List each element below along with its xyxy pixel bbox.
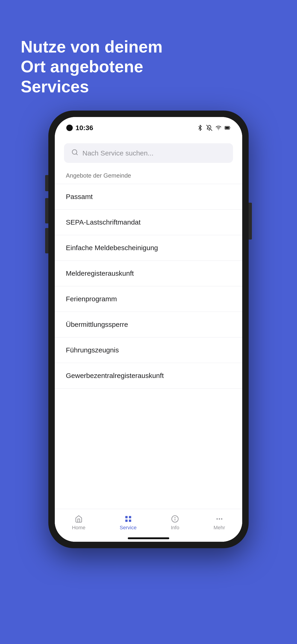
svg-line-5	[76, 154, 77, 155]
phone-shell: 10:36	[48, 110, 249, 548]
status-bar: 10:36	[55, 117, 242, 134]
battery-icon	[225, 125, 231, 131]
nav-label-service: Service	[120, 525, 136, 531]
more-icon	[216, 515, 223, 523]
service-item-gewerbezentral[interactable]: Gewerbezentralregisterauskunft	[55, 363, 242, 388]
bottom-navigation: Home Service	[55, 509, 242, 535]
svg-rect-8	[125, 520, 128, 522]
nav-item-mehr[interactable]: Mehr	[209, 513, 230, 532]
svg-point-13	[216, 518, 218, 520]
bluetooth-icon	[197, 125, 203, 131]
home-indicator-bar	[128, 537, 169, 539]
bell-off-icon	[206, 125, 212, 131]
info-icon	[171, 515, 179, 523]
service-grid-icon	[124, 515, 132, 523]
search-icon	[71, 149, 78, 157]
nav-label-mehr: Mehr	[214, 525, 225, 531]
service-item-uebermittlung[interactable]: Übermittlungssperre	[55, 312, 242, 338]
nav-item-info[interactable]: Info	[166, 513, 184, 532]
svg-point-15	[221, 518, 222, 520]
home-indicator	[55, 535, 242, 542]
nav-label-home: Home	[72, 525, 86, 531]
nav-label-info: Info	[171, 525, 179, 531]
nav-item-service[interactable]: Service	[115, 513, 141, 532]
wifi-icon	[216, 125, 222, 131]
svg-point-14	[219, 518, 220, 520]
service-item-melderegister[interactable]: Melderegisterauskunft	[55, 261, 242, 286]
svg-line-0	[206, 125, 212, 130]
service-item-sepa[interactable]: SEPA-Lastschriftmandat	[55, 210, 242, 235]
svg-rect-3	[226, 127, 229, 129]
volume-down-button	[45, 228, 48, 253]
section-title: Angebote der Gemeinde	[55, 172, 242, 184]
search-bar[interactable]: Nach Service suchen...	[64, 143, 233, 163]
svg-rect-6	[125, 516, 128, 518]
service-item-meldebescheinigung[interactable]: Einfache Meldebescheinigung	[55, 235, 242, 261]
svg-rect-7	[129, 516, 131, 518]
nav-item-home[interactable]: Home	[67, 513, 90, 532]
svg-rect-9	[129, 520, 131, 522]
home-icon	[75, 515, 83, 523]
hero-title: Nutze von deinem Ort angebotene Services	[21, 37, 182, 96]
app-content: Nach Service suchen... Angebote der Geme…	[55, 134, 242, 542]
front-camera	[66, 124, 73, 131]
status-icons-area	[197, 125, 231, 131]
service-item-ferienprogramm[interactable]: Ferienprogramm	[55, 286, 242, 312]
phone-mockup: 10:36	[48, 110, 249, 548]
volume-silent-button	[45, 175, 48, 191]
clock-display: 10:36	[76, 124, 93, 132]
status-time-area: 10:36	[66, 124, 93, 132]
service-item-passamt[interactable]: Passamt	[55, 184, 242, 210]
phone-screen: 10:36	[55, 117, 242, 542]
service-item-fuehrungszeugnis[interactable]: Führungszeugnis	[55, 338, 242, 363]
power-button	[249, 203, 252, 240]
service-list: Passamt SEPA-Lastschriftmandat Einfache …	[55, 184, 242, 509]
search-input[interactable]: Nach Service suchen...	[82, 149, 153, 157]
volume-up-button	[45, 198, 48, 224]
